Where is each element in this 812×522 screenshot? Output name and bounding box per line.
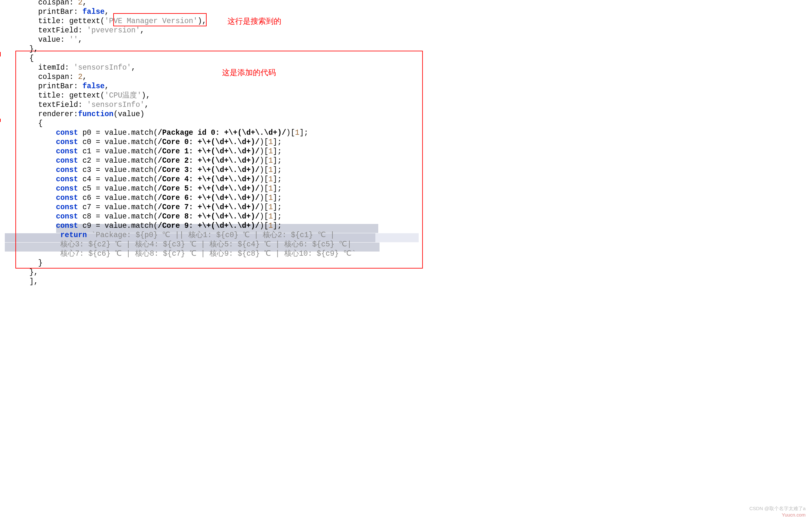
page: 这行是搜索到的 这是添加的代码 colspan: 2, printBar: fa… — [0, 0, 812, 522]
red-mark-left — [0, 119, 1, 122]
watermark-csdn: CSDN @取个名字太难了a — [749, 506, 806, 512]
watermark-site: Yuucn.com — [782, 512, 806, 518]
red-mark-left — [0, 52, 1, 57]
code-block: colspan: 2, printBar: false, title: gett… — [16, 0, 356, 286]
